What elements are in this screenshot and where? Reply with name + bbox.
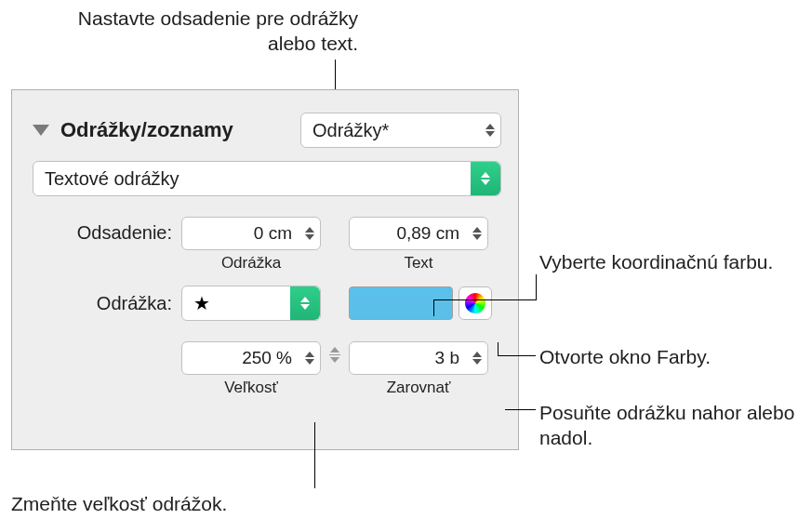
bullet-color-well[interactable] xyxy=(349,286,453,320)
leader-color-well-v xyxy=(433,299,434,316)
leader-colorsbtn-h xyxy=(498,355,536,356)
bullet-align-value: 3 b xyxy=(435,348,459,368)
bullet-indent-stepper[interactable]: 0 cm xyxy=(181,217,321,250)
callout-indent: Nastavte odsadenie pre odrážky alebo tex… xyxy=(60,6,358,57)
callout-align: Posuňte odrážku nahor alebo nadol. xyxy=(539,400,800,451)
color-wheel-icon xyxy=(465,293,485,313)
vertical-resize-icon xyxy=(326,347,344,363)
popup-cap-icon xyxy=(471,162,500,195)
bullet-label: Odrážka: xyxy=(33,293,172,314)
leader-color-well-h xyxy=(433,299,536,300)
text-indent-sublabel: Text xyxy=(349,254,488,273)
bullets-lists-panel: Odrážky/zoznamy Odrážky* Textové odrážky… xyxy=(11,89,519,450)
list-style-value: Odrážky* xyxy=(312,120,389,141)
list-style-popup[interactable]: Odrážky* xyxy=(300,113,501,148)
indent-label: Odsadenie: xyxy=(33,222,172,244)
leader-size-v xyxy=(314,422,315,488)
stepper-arrows-icon xyxy=(305,352,314,365)
section-title: Odrážky/zoznamy xyxy=(60,118,233,142)
callout-colors-window: Otvorte okno Farby. xyxy=(539,344,711,369)
bullet-type-popup[interactable]: Textové odrážky xyxy=(33,161,501,196)
stepper-arrows-icon xyxy=(472,227,482,240)
text-indent-value: 0,89 cm xyxy=(396,223,459,244)
bullet-indent-sublabel: Odrážka xyxy=(181,254,321,273)
callout-size: Zmeňte veľkosť odrážok. xyxy=(11,491,227,516)
star-icon: ★ xyxy=(193,292,210,314)
leader-color-well-v2 xyxy=(536,274,537,300)
bullet-indent-value: 0 cm xyxy=(254,223,292,244)
leader-align-h xyxy=(505,409,536,410)
bullet-size-stepper[interactable]: 250 % xyxy=(181,341,321,375)
bullet-glyph-popup[interactable]: ★ xyxy=(181,286,321,321)
leader-colorsbtn-v xyxy=(498,342,499,355)
stepper-arrows-icon xyxy=(472,352,482,365)
bullet-align-stepper[interactable]: 3 b xyxy=(349,341,488,375)
disclosure-triangle-icon[interactable] xyxy=(33,125,49,136)
bullet-size-value: 250 % xyxy=(242,348,292,368)
bullet-align-sublabel: Zarovnať xyxy=(349,379,488,397)
bullet-type-value: Textové odrážky xyxy=(45,168,179,190)
stepper-arrows-icon xyxy=(305,227,314,240)
updown-arrows-icon xyxy=(485,124,495,137)
bullet-size-sublabel: Veľkosť xyxy=(181,379,321,397)
text-indent-stepper[interactable]: 0,89 cm xyxy=(349,217,488,250)
open-colors-button[interactable] xyxy=(459,286,492,320)
callout-color-well: Vyberte koordinačnú farbu. xyxy=(539,249,773,274)
popup-cap-icon xyxy=(290,286,320,320)
